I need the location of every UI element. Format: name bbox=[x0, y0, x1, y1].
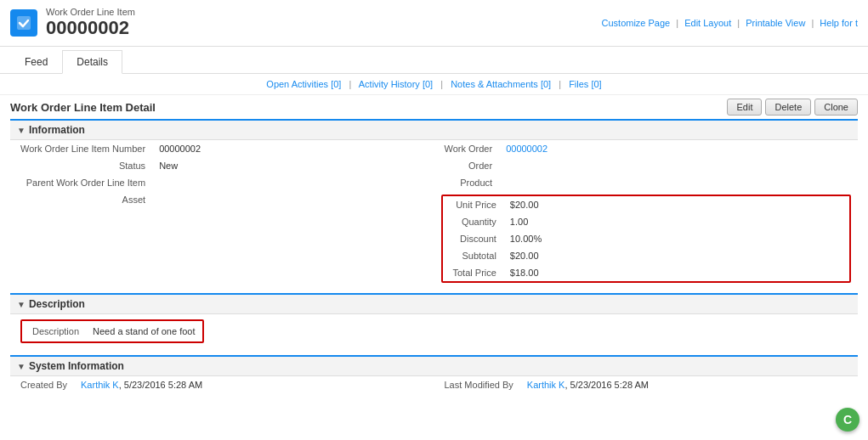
system-info-section: ▼ System Information Created By Karthik … bbox=[10, 355, 858, 393]
total-price-value: $18.00 bbox=[503, 264, 849, 281]
system-info-heading: ▼ System Information bbox=[10, 357, 858, 376]
asset-value bbox=[152, 191, 434, 208]
section-header-bar: Work Order Line Item Detail Edit Delete … bbox=[0, 95, 868, 119]
action-buttons: Edit Delete Clone bbox=[727, 99, 858, 116]
subtotal-value: $20.00 bbox=[503, 247, 849, 264]
top-links: Customize Page | Edit Layout | Printable… bbox=[602, 18, 858, 28]
created-date: 5/23/2016 5:28 AM bbox=[124, 380, 202, 390]
clone-button[interactable]: Clone bbox=[814, 99, 858, 116]
sysinfo-left: Created By Karthik K, 5/23/2016 5:28 AM bbox=[10, 376, 434, 393]
help-link[interactable]: Help for t bbox=[820, 18, 858, 28]
information-heading: ▼ Information bbox=[10, 121, 858, 140]
description-section: ▼ Description Description Need a stand o… bbox=[10, 293, 858, 348]
top-bar: Work Order Line Item 00000002 Customize … bbox=[0, 0, 868, 47]
open-activities-link[interactable]: Open Activities [0] bbox=[266, 79, 341, 89]
modified-date: 5/23/2016 5:28 AM bbox=[570, 380, 649, 390]
parent-woli-value bbox=[152, 174, 434, 191]
tabs-bar: Feed Details bbox=[0, 50, 868, 74]
created-by-link[interactable]: Karthik K bbox=[81, 380, 119, 390]
information-body: Work Order Line Item Number 00000002 Sta… bbox=[10, 140, 858, 286]
woli-number-value: 00000002 bbox=[152, 140, 434, 157]
status-label: Status bbox=[10, 157, 152, 174]
work-order-label: Work Order bbox=[434, 140, 500, 157]
information-label: Information bbox=[29, 124, 85, 136]
sysinfo-grid: Created By Karthik K, 5/23/2016 5:28 AM … bbox=[10, 376, 858, 393]
record-title-block: Work Order Line Item 00000002 bbox=[46, 7, 135, 39]
info-left: Work Order Line Item Number 00000002 Sta… bbox=[10, 140, 434, 286]
description-highlight-box: Description Need a stand of one foot bbox=[20, 319, 204, 343]
record-icon bbox=[10, 9, 37, 37]
edit-button[interactable]: Edit bbox=[727, 99, 762, 116]
quantity-value: 1.00 bbox=[503, 213, 849, 230]
modified-by-value: Karthik K, 5/23/2016 5:28 AM bbox=[520, 376, 858, 393]
tab-feed[interactable]: Feed bbox=[10, 50, 62, 73]
discount-value: 10.00% bbox=[503, 230, 849, 247]
related-links: Open Activities [0] | Activity History [… bbox=[0, 74, 868, 95]
order-value bbox=[499, 157, 858, 174]
status-value: New bbox=[152, 157, 434, 174]
work-order-link[interactable]: 00000002 bbox=[506, 144, 547, 154]
modified-by-link[interactable]: Karthik K bbox=[527, 380, 565, 390]
unit-price-value: $20.00 bbox=[503, 196, 849, 213]
discount-label: Discount bbox=[443, 230, 503, 247]
sysinfo-right: Last Modified By Karthik K, 5/23/2016 5:… bbox=[434, 376, 859, 393]
woli-number-label: Work Order Line Item Number bbox=[10, 140, 152, 157]
tab-details[interactable]: Details bbox=[62, 50, 122, 74]
total-price-label: Total Price bbox=[443, 264, 503, 281]
description-label: Description bbox=[29, 298, 85, 310]
record-type-label: Work Order Line Item bbox=[46, 7, 135, 17]
quantity-label: Quantity bbox=[443, 213, 503, 230]
description-field-value: Need a stand of one foot bbox=[86, 323, 201, 340]
pricing-highlight-box: Unit Price $20.00 Quantity 1.00 Discount… bbox=[441, 195, 852, 283]
product-value bbox=[499, 174, 858, 191]
triangle-icon: ▼ bbox=[17, 126, 26, 135]
information-section: ▼ Information Work Order Line Item Numbe… bbox=[10, 119, 858, 286]
triangle-icon-sys: ▼ bbox=[17, 362, 26, 371]
info-left-grid: Work Order Line Item Number 00000002 Sta… bbox=[10, 140, 434, 208]
created-by-value: Karthik K, 5/23/2016 5:28 AM bbox=[74, 376, 434, 393]
info-right-grid: Work Order 00000002 Order Product bbox=[434, 140, 859, 191]
notes-attachments-link[interactable]: Notes & Attachments [0] bbox=[451, 79, 551, 89]
record-number: 00000002 bbox=[46, 17, 135, 39]
pricing-grid: Unit Price $20.00 Quantity 1.00 Discount… bbox=[443, 196, 850, 281]
description-heading: ▼ Description bbox=[10, 295, 858, 314]
system-info-label: System Information bbox=[29, 360, 124, 372]
detail-section-title: Work Order Line Item Detail bbox=[10, 101, 156, 114]
created-by-label: Created By bbox=[10, 376, 74, 393]
modified-by-label: Last Modified By bbox=[434, 376, 520, 393]
edit-layout-link[interactable]: Edit Layout bbox=[684, 18, 731, 28]
subtotal-label: Subtotal bbox=[443, 247, 503, 264]
order-label: Order bbox=[434, 157, 500, 174]
description-field-label: Description bbox=[22, 323, 86, 340]
work-order-value: 00000002 bbox=[499, 140, 858, 157]
files-link[interactable]: Files [0] bbox=[569, 79, 602, 89]
parent-woli-label: Parent Work Order Line Item bbox=[10, 174, 152, 191]
delete-button[interactable]: Delete bbox=[765, 99, 811, 116]
asset-label: Asset bbox=[10, 191, 152, 208]
printable-view-link[interactable]: Printable View bbox=[746, 18, 805, 28]
customize-page-link[interactable]: Customize Page bbox=[602, 18, 671, 28]
product-label: Product bbox=[434, 174, 500, 191]
activity-history-link[interactable]: Activity History [0] bbox=[359, 79, 433, 89]
triangle-icon-desc: ▼ bbox=[17, 300, 26, 309]
info-right: Work Order 00000002 Order Product Unit P… bbox=[434, 140, 859, 286]
unit-price-label: Unit Price bbox=[443, 196, 503, 213]
